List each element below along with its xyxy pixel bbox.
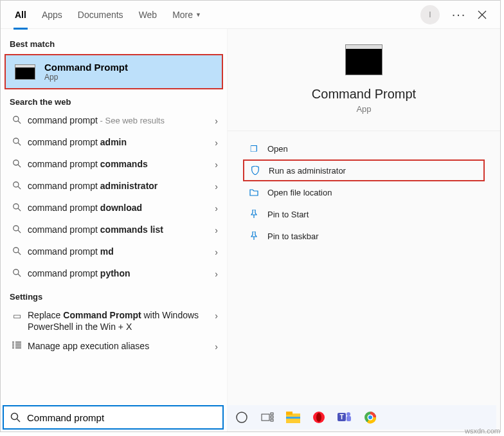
- search-icon: [10, 114, 24, 124]
- search-icon: [10, 224, 24, 233]
- svg-point-12: [13, 248, 18, 253]
- result-text: Replace Command Prompt with Windows Powe…: [28, 309, 210, 332]
- svg-rect-24: [286, 412, 292, 415]
- svg-point-4: [13, 160, 18, 165]
- svg-point-2: [13, 138, 18, 143]
- svg-line-3: [18, 143, 21, 145]
- results-panel: Best match Command Prompt App Search the…: [1, 29, 227, 431]
- action-run-admin[interactable]: Run as administrator: [243, 159, 485, 181]
- tab-apps[interactable]: Apps: [34, 1, 70, 29]
- command-prompt-icon: [15, 64, 35, 80]
- search-input[interactable]: [27, 412, 216, 423]
- search-icon: [10, 268, 24, 277]
- teams-icon[interactable]: T: [336, 409, 353, 426]
- svg-point-10: [13, 226, 18, 231]
- web-result[interactable]: command prompt - See web results ›: [1, 111, 227, 132]
- tab-more[interactable]: More▼: [165, 1, 209, 29]
- search-icon: [10, 412, 21, 422]
- action-pin-taskbar[interactable]: Pin to taskbar: [243, 225, 485, 247]
- command-prompt-icon: [345, 44, 382, 75]
- svg-text:T: T: [339, 413, 343, 421]
- svg-line-17: [17, 419, 21, 422]
- web-result[interactable]: command prompt admin ›: [1, 132, 227, 154]
- result-text: command prompt - See web results: [28, 114, 210, 127]
- search-box[interactable]: [3, 405, 224, 430]
- result-text: command prompt python: [28, 268, 210, 279]
- action-pin-start[interactable]: Pin to Start: [243, 203, 485, 225]
- chevron-right-icon: ›: [210, 180, 218, 192]
- chevron-down-icon: ▼: [195, 12, 201, 18]
- svg-point-8: [13, 204, 18, 209]
- file-explorer-icon[interactable]: [285, 409, 302, 426]
- web-result[interactable]: command prompt commands ›: [1, 154, 227, 176]
- close-button[interactable]: [471, 3, 494, 26]
- section-search-web: Search the web: [1, 91, 227, 111]
- result-text: command prompt md: [28, 246, 210, 257]
- settings-manage-aliases[interactable]: Manage app execution aliases ›: [1, 336, 227, 358]
- chevron-right-icon: ›: [210, 202, 218, 213]
- cortana-icon[interactable]: [233, 409, 250, 426]
- opera-icon[interactable]: [310, 409, 327, 426]
- preview-subtitle: App: [356, 104, 371, 114]
- svg-rect-19: [262, 414, 269, 421]
- web-result[interactable]: command prompt python ›: [1, 264, 227, 286]
- tab-bar: All Apps Documents Web More▼ I ···: [1, 1, 500, 29]
- chrome-icon[interactable]: [362, 409, 379, 426]
- section-best-match: Best match: [1, 33, 227, 53]
- search-icon: [10, 246, 24, 255]
- svg-line-7: [18, 186, 21, 189]
- svg-rect-25: [286, 417, 300, 419]
- tab-all[interactable]: All: [7, 1, 34, 29]
- svg-line-5: [18, 165, 21, 167]
- web-result[interactable]: command prompt md ›: [1, 242, 227, 264]
- action-open[interactable]: ❐ Open: [243, 138, 485, 159]
- result-text: command prompt download: [28, 202, 210, 213]
- action-open-location[interactable]: Open file location: [243, 181, 485, 203]
- preview-panel: Command Prompt App ❐ Open Run as adminis…: [227, 29, 500, 431]
- list-icon: [10, 340, 24, 349]
- user-avatar-icon[interactable]: I: [420, 5, 440, 24]
- svg-point-30: [346, 412, 350, 416]
- svg-rect-22: [271, 419, 273, 421]
- taskbar: T: [227, 405, 496, 430]
- web-result[interactable]: command prompt commands list ›: [1, 220, 227, 242]
- tab-documents[interactable]: Documents: [70, 1, 131, 29]
- web-result[interactable]: command prompt download ›: [1, 198, 227, 220]
- svg-point-6: [13, 182, 18, 187]
- settings-replace-cmd[interactable]: ▭ Replace Command Prompt with Windows Po…: [1, 305, 227, 336]
- chevron-right-icon: ›: [210, 268, 218, 279]
- svg-point-34: [368, 415, 372, 419]
- tab-web[interactable]: Web: [131, 1, 165, 29]
- watermark: wsxdn.com: [465, 427, 500, 435]
- pin-icon: [247, 232, 261, 241]
- chevron-right-icon: ›: [210, 224, 218, 235]
- chevron-right-icon: ›: [210, 340, 218, 352]
- search-icon: [10, 180, 24, 190]
- web-result[interactable]: command prompt administrator ›: [1, 176, 227, 198]
- shield-icon: [248, 166, 262, 175]
- result-text: command prompt admin: [28, 136, 210, 148]
- svg-rect-20: [271, 413, 273, 415]
- chevron-right-icon: ›: [210, 309, 218, 321]
- best-match-item[interactable]: Command Prompt App: [4, 54, 223, 89]
- best-match-title: Command Prompt: [44, 62, 128, 73]
- search-icon: [10, 202, 24, 212]
- pin-icon: [247, 210, 261, 219]
- svg-point-14: [13, 269, 18, 275]
- preview-title: Command Prompt: [312, 87, 416, 102]
- chevron-right-icon: ›: [210, 136, 218, 148]
- section-settings: Settings: [1, 286, 227, 305]
- more-options-button[interactable]: ···: [447, 3, 471, 26]
- svg-line-13: [18, 252, 21, 255]
- task-view-icon[interactable]: [259, 409, 276, 426]
- svg-rect-31: [346, 416, 351, 421]
- chevron-right-icon: ›: [210, 114, 218, 126]
- svg-rect-21: [271, 416, 273, 418]
- svg-point-0: [13, 116, 18, 122]
- folder-icon: [247, 188, 261, 196]
- svg-line-11: [18, 230, 21, 233]
- chevron-right-icon: ›: [210, 158, 218, 170]
- svg-line-1: [18, 121, 21, 123]
- svg-line-9: [18, 208, 21, 211]
- svg-point-18: [237, 412, 247, 422]
